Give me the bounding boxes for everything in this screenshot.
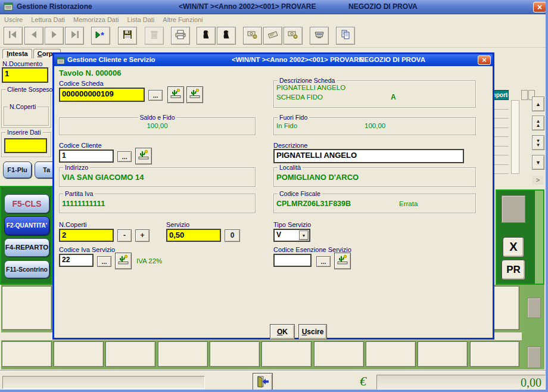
f5-cls-button[interactable]: F5-CLS bbox=[4, 194, 49, 213]
scheda-holder-name: PIGNATELLI ANGELO bbox=[276, 84, 345, 91]
menu-item-lista-dati[interactable]: Lista Dati bbox=[127, 16, 154, 23]
grid-key[interactable] bbox=[314, 341, 364, 367]
codice-fiscale-group: Codice Fiscale CPLMRZ06L31F839B Errata bbox=[273, 194, 476, 213]
f2-quantita-button[interactable]: F2-QUANTITA' bbox=[4, 216, 49, 235]
uscire-button[interactable]: Uscire bbox=[298, 324, 327, 340]
servizio-field[interactable]: 0,50 bbox=[166, 229, 221, 242]
descrizione-scheda-group: Descrizione Scheda PIGNATELLI ANGELO SCH… bbox=[273, 80, 476, 108]
next-record-button[interactable] bbox=[45, 27, 64, 45]
lookup-iva-button[interactable] bbox=[115, 253, 132, 269]
f11-scontrino-button[interactable]: F11-Scontrino bbox=[4, 260, 49, 278]
scroll-handle[interactable] bbox=[527, 347, 541, 368]
banknote-coin-icon bbox=[288, 30, 298, 42]
inserire-dati-field[interactable] bbox=[4, 138, 47, 153]
key-grid-row-2 bbox=[1, 340, 522, 369]
codice-fiscale-value: CPLMRZ06L31F839B bbox=[276, 200, 351, 208]
scroll-up-button[interactable]: ▲ bbox=[532, 97, 544, 111]
coperti-plus-button[interactable]: + bbox=[135, 229, 150, 242]
grid-key[interactable] bbox=[418, 341, 468, 367]
cash-button-2[interactable] bbox=[284, 27, 303, 45]
grid-key[interactable] bbox=[261, 341, 312, 367]
first-record-button[interactable] bbox=[4, 27, 23, 45]
voucher-button[interactable] bbox=[263, 27, 282, 45]
panel-light-strip bbox=[535, 191, 543, 284]
table-divider-strip bbox=[511, 100, 519, 174]
scroll-down-button[interactable]: ▼ bbox=[532, 155, 544, 170]
codice-iva-field[interactable]: 22 bbox=[59, 254, 94, 267]
menu-item-uscire[interactable]: Uscire bbox=[4, 16, 23, 23]
descrizione-field[interactable]: PIGNATELLI ANGELO bbox=[273, 149, 464, 163]
customer-button-1[interactable] bbox=[197, 27, 216, 45]
grid-right-strip bbox=[522, 285, 544, 369]
card-payment-button[interactable] bbox=[310, 27, 329, 45]
main-close-button[interactable]: × bbox=[533, 2, 546, 13]
grid-key[interactable] bbox=[470, 341, 519, 367]
f1-plu-button[interactable]: F1-Plu bbox=[3, 161, 32, 178]
menu-item-lettura-dati[interactable]: Lettura Dati bbox=[31, 16, 65, 23]
new-record-button[interactable]: * bbox=[91, 27, 110, 45]
grid-key[interactable] bbox=[366, 341, 416, 367]
grid-key[interactable] bbox=[158, 341, 208, 367]
menu-item-altre-funzioni[interactable]: Altre Funzioni bbox=[163, 16, 203, 23]
grid-key[interactable] bbox=[210, 341, 260, 367]
voucher-icon bbox=[267, 30, 278, 42]
tab-intesta[interactable]: Intesta bbox=[2, 49, 32, 58]
main-title-store: NEGOZIO DI PROVA bbox=[348, 2, 418, 11]
codice-cliente-field[interactable]: 1 bbox=[59, 150, 114, 163]
cactus-sun-icon bbox=[117, 254, 129, 268]
exit-door-button[interactable] bbox=[253, 373, 273, 391]
cactus-sun-icon bbox=[170, 88, 182, 102]
codice-esenzione-field[interactable] bbox=[273, 254, 312, 267]
previous-record-button[interactable] bbox=[24, 27, 43, 45]
x-delete-button[interactable]: X bbox=[503, 237, 524, 257]
browse-cliente-button[interactable]: ... bbox=[117, 151, 132, 162]
customer-button-2[interactable] bbox=[217, 27, 236, 45]
lookup-scheda-button-2[interactable] bbox=[186, 86, 203, 103]
iva-note: IVA 22% bbox=[136, 257, 162, 265]
pr-button[interactable]: PR bbox=[502, 260, 525, 280]
arrow-down-icon: ▼ bbox=[535, 160, 541, 166]
cash-button[interactable] bbox=[243, 27, 262, 45]
grid-key[interactable] bbox=[54, 341, 104, 367]
scroll-page-up-button[interactable]: ▲▲ bbox=[532, 116, 544, 130]
browse-iva-button[interactable]: ... bbox=[97, 256, 111, 267]
coperti-minus-button[interactable]: - bbox=[117, 229, 132, 242]
cactus-sun-icon bbox=[337, 254, 348, 268]
lookup-esenzione-button[interactable] bbox=[334, 253, 351, 269]
menu-item-memorizza-dati[interactable]: Memorizza Dati bbox=[73, 16, 119, 23]
grid-key[interactable] bbox=[2, 341, 52, 367]
blank-key[interactable] bbox=[502, 195, 525, 223]
delete-button[interactable] bbox=[145, 27, 164, 45]
window-border-right bbox=[546, 0, 548, 392]
saldo-fido-group: Saldo e Fido 100,00 bbox=[59, 117, 256, 135]
status-bar: € 0,00 bbox=[0, 371, 548, 392]
scroll-handle[interactable] bbox=[527, 298, 541, 318]
main-window: Gestione Ristorazione <WIN/NT ><Anno 200… bbox=[0, 0, 548, 392]
grid-key[interactable] bbox=[2, 286, 52, 330]
servizio-zero-button[interactable]: 0 bbox=[225, 229, 240, 242]
n-documento-field[interactable]: 1 bbox=[2, 67, 48, 83]
grid-key[interactable] bbox=[105, 341, 155, 367]
browse-esenzione-button[interactable]: ... bbox=[316, 256, 331, 267]
scroll-page-down-button[interactable]: ▼▼ bbox=[532, 135, 544, 150]
lookup-cliente-button[interactable] bbox=[135, 148, 152, 164]
n-coperti-label: N.Coperti bbox=[8, 103, 38, 110]
n-documento-label: N.Documento bbox=[2, 60, 42, 67]
expand-right-button[interactable]: > bbox=[533, 176, 543, 185]
f4-reparto-button[interactable]: F4-REPARTO bbox=[4, 238, 49, 257]
n-coperti-field[interactable]: 2 bbox=[59, 229, 114, 242]
codice-scheda-field[interactable]: 000000000109 bbox=[59, 88, 145, 102]
tipo-servizio-dropdown-button[interactable]: ▼ bbox=[299, 231, 309, 240]
copy-button[interactable] bbox=[336, 27, 355, 45]
main-titlebar: Gestione Ristorazione <WIN/NT ><Anno 200… bbox=[0, 0, 548, 14]
dialog-close-button[interactable]: × bbox=[478, 55, 491, 65]
print-button[interactable] bbox=[171, 27, 190, 45]
n-coperti-label: N.Coperti bbox=[59, 221, 86, 228]
lookup-scheda-button-1[interactable] bbox=[167, 86, 184, 103]
ok-button[interactable]: OK bbox=[270, 324, 295, 340]
last-record-button[interactable] bbox=[65, 27, 84, 45]
scheda-flag: A bbox=[391, 93, 396, 101]
copy-icon bbox=[341, 30, 350, 42]
save-button[interactable] bbox=[118, 27, 137, 45]
browse-codice-scheda-button[interactable]: ... bbox=[148, 90, 163, 101]
